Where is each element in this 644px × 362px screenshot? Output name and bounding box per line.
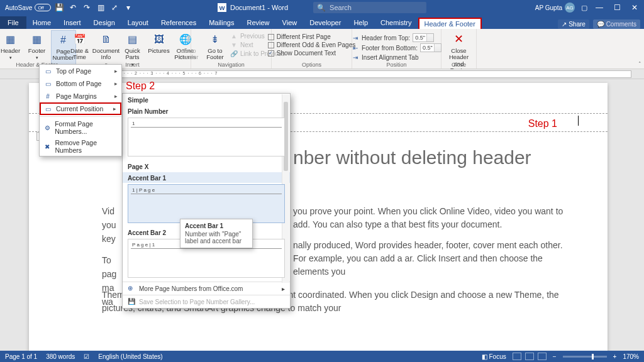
tab-insert[interactable]: Insert <box>57 16 87 29</box>
menu-remove-page-numbers[interactable]: ✖Remove Page Numbers <box>40 137 121 156</box>
svg-text:W: W <box>219 4 226 11</box>
footer-from-bottom[interactable]: ⇤Footer from Bottom:0.5" <box>350 43 443 53</box>
status-language[interactable]: English (United States) <box>98 353 162 360</box>
alignment-tab-icon: ⇥ <box>352 53 359 61</box>
status-word-count[interactable]: 380 words <box>46 353 75 360</box>
save-icon[interactable]: 💾 <box>55 3 64 12</box>
different-first-page-checkbox[interactable]: Different First Page <box>267 33 357 41</box>
tab-mailings[interactable]: Mailings <box>203 16 240 29</box>
more-page-numbers[interactable]: ⊕More Page Numbers from Office.com▸ <box>123 282 290 295</box>
chevron-right-icon: ▸ <box>113 106 116 112</box>
tab-references[interactable]: References <box>155 16 203 29</box>
date-time-button[interactable]: 📅Date & Time <box>67 30 92 61</box>
footer-icon: ▦ <box>30 33 44 47</box>
zoom-out-button[interactable]: − <box>553 353 557 360</box>
text-cursor <box>578 116 579 126</box>
header-from-top[interactable]: ⇥Header from Top:0.5" <box>350 33 443 43</box>
insert-alignment-tab[interactable]: ⇥Insert Alignment Tab <box>350 53 443 62</box>
tab-review[interactable]: Review <box>241 16 276 29</box>
user-account[interactable]: AP Gupta AG <box>535 3 575 13</box>
menu-current-position[interactable]: ▭Current Position▸ <box>40 102 121 115</box>
next-icon: ▼ <box>230 41 238 48</box>
autosave-toggle[interactable]: AutoSave Off <box>5 4 51 11</box>
annotation-step1: Step 1 <box>528 118 557 129</box>
page-icon: ▭ <box>43 104 52 113</box>
horizontal-ruler[interactable]: · · · · 1 · · · 2 · · · 3 · · · 4 · · · … <box>101 70 631 78</box>
document-title: W Document1 - Word <box>218 3 288 12</box>
group-label: Position <box>352 62 441 68</box>
gallery-item-plain-number[interactable]: 1 <box>128 118 285 156</box>
zoom-slider[interactable] <box>563 356 607 358</box>
pictures-button[interactable]: 🖼Pictures <box>147 30 172 54</box>
status-page[interactable]: Page 1 of 1 <box>5 353 37 360</box>
page-icon: ▭ <box>43 79 52 88</box>
tab-chemistry[interactable]: Chemistry <box>374 16 418 29</box>
title-bar: AutoSave Off 💾 ↶ ↷ ▥ ⤢ ▾ W Document1 - W… <box>0 0 644 15</box>
share-button[interactable]: ↗ Share <box>558 19 589 29</box>
globe-icon: ⊕ <box>128 285 135 292</box>
tab-view[interactable]: View <box>276 16 304 29</box>
chevron-right-icon: ▸ <box>114 80 118 87</box>
menu-bottom-of-page[interactable]: ▭Bottom of Page▸ <box>40 77 121 90</box>
tooltip-title: Accent Bar 1 <box>185 222 248 229</box>
undo-icon[interactable]: ↶ <box>69 3 77 12</box>
tab-layout[interactable]: Layout <box>121 16 155 29</box>
menu-format-page-numbers[interactable]: ⚙Format Page Numbers... <box>40 118 121 137</box>
different-odd-even-checkbox[interactable]: Different Odd & Even Pages <box>267 41 357 49</box>
tooltip-body: Number with "Page" label and accent bar <box>185 231 248 244</box>
view-buttons[interactable] <box>513 353 547 360</box>
footer-button[interactable]: ▦Footer▾ <box>25 30 50 60</box>
tab-file[interactable]: File <box>0 16 26 29</box>
focus-mode-button[interactable]: ◧ Focus <box>482 353 506 360</box>
status-spellcheck-icon[interactable]: ☑ <box>84 353 89 360</box>
chevron-right-icon: ▸ <box>114 68 118 74</box>
comments-button[interactable]: 💬 Comments <box>593 19 640 29</box>
collapse-ribbon-icon[interactable]: ˄ <box>638 61 641 67</box>
page-icon: # <box>43 92 52 101</box>
page-number-gallery: Simple Plain Number 1 Page X Accent Bar … <box>122 93 291 309</box>
header-top-value[interactable]: 0.5" <box>413 33 434 42</box>
zoom-level[interactable]: 170% <box>623 353 639 360</box>
close-icon: ✕ <box>452 33 466 47</box>
tab-developer[interactable]: Developer <box>303 16 347 29</box>
header-button[interactable]: ▦Header▾ <box>0 30 23 60</box>
maximize-button[interactable]: ☐ <box>611 3 623 12</box>
save-selection-to-gallery: 💾Save Selection to Page Number Gallery..… <box>123 295 290 308</box>
search-icon: 🔍 <box>317 4 326 12</box>
group-label: Navigation <box>191 62 271 68</box>
tab-home[interactable]: Home <box>26 16 57 29</box>
quick-parts-icon: ▤ <box>126 33 140 47</box>
goto-footer-icon: ⇟ <box>208 33 222 47</box>
goto-footer-button[interactable]: ⇟Go to Footer <box>203 30 228 61</box>
menu-page-margins[interactable]: #Page Margins▸ <box>40 90 121 102</box>
gallery-item-accent-bar-1-label: Accent Bar 1 <box>123 172 290 183</box>
close-button[interactable]: ✕ <box>629 3 640 12</box>
minimize-button[interactable]: — <box>594 3 605 12</box>
group-label: Options <box>272 62 352 68</box>
avatar: AG <box>565 3 575 13</box>
tab-help[interactable]: Help <box>347 16 374 29</box>
ribbon-display-icon[interactable]: ▢ <box>581 4 587 12</box>
goto-header-button: ⇞Go to Header <box>176 30 201 61</box>
qa-icon[interactable]: ▥ <box>96 3 105 12</box>
goto-header-icon: ⇞ <box>182 33 196 47</box>
remove-icon: ✖ <box>43 142 51 151</box>
tooltip: Accent Bar 1 Number with "Page" label an… <box>180 219 253 248</box>
menu-top-of-page[interactable]: ▭Top of Page▸ <box>40 65 121 77</box>
document-heading: nber without deleting header <box>293 146 531 170</box>
link-icon: 🔗 <box>230 50 238 57</box>
footer-bottom-value[interactable]: 0.5" <box>420 43 441 52</box>
show-document-text-checkbox[interactable]: ✓Show Document Text <box>267 49 357 57</box>
calendar-icon: 📅 <box>73 33 87 47</box>
qa-icon[interactable]: ⤢ <box>110 3 119 12</box>
redo-icon[interactable]: ↷ <box>82 3 91 12</box>
tab-design[interactable]: Design <box>87 16 121 29</box>
gallery-section-simple: Simple <box>123 94 290 106</box>
search-input[interactable]: 🔍 Search <box>313 2 426 13</box>
page-icon: ▭ <box>43 67 52 75</box>
gallery-item-accent-bar-1[interactable]: 1 | P a g e <box>128 184 285 223</box>
qa-dropdown-icon[interactable]: ▾ <box>124 3 133 12</box>
zoom-in-button[interactable]: + <box>613 353 617 360</box>
tab-header-footer[interactable]: Header & Footer <box>418 18 482 29</box>
ribbon: ▦Header▾ ▦Footer▾ #Page Number▾ Header &… <box>0 29 644 69</box>
